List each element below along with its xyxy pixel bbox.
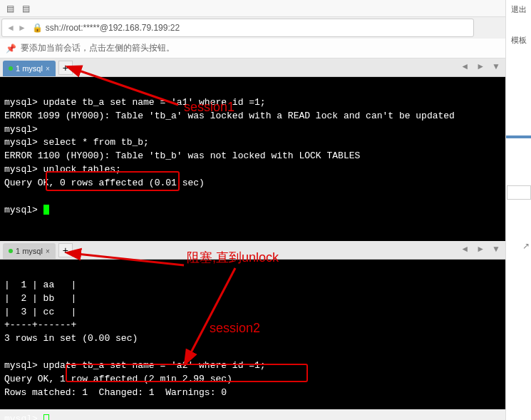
add-tab-button[interactable]: + xyxy=(58,243,73,257)
nav-buttons: ◄ ► xyxy=(6,23,26,33)
status-dot-icon xyxy=(9,249,13,253)
term-line: Rows matched: 1 Changed: 1 Warnings: 0 xyxy=(4,387,227,398)
term-line: mysql> update tb_a set name = 'a2' where… xyxy=(4,360,266,371)
term-line: 3 rows in set (0.00 sec) xyxy=(4,333,138,344)
tab-menu-icon[interactable]: ▼ xyxy=(490,244,502,254)
term-line: | 2 | bb | xyxy=(4,293,76,304)
lock-icon: 🔒 xyxy=(32,23,43,33)
terminal-session1[interactable]: mysql> update tb_a set name = 'a1' where… xyxy=(0,77,505,241)
tab-label: 1 mysql xyxy=(16,64,43,73)
term-line: mysql> update tb_a set name = 'a1' where… xyxy=(4,97,266,108)
address-bar[interactable]: ◄ ► 🔒 ssh://root:*****@192.168.79.199:22 xyxy=(1,19,474,37)
term-line: Query OK, 0 rows affected (0.01 sec) xyxy=(4,178,205,188)
tab-menu-icon[interactable]: ▼ xyxy=(490,61,502,71)
term-line: Query OK, 1 row affected (2 min 2.99 sec… xyxy=(4,374,232,384)
exit-button[interactable]: 退出 xyxy=(506,1,531,18)
close-icon[interactable]: × xyxy=(46,65,50,73)
hint-text: 要添加当前会话，点击左侧的箭头按钮。 xyxy=(21,42,175,54)
ext-box xyxy=(507,185,531,200)
next-tab-icon[interactable]: ► xyxy=(474,244,487,254)
top-toolbar: ▤ ▤ xyxy=(0,0,531,17)
term-line: | 3 | cc | xyxy=(4,307,76,317)
toolbar-icon[interactable]: ▤ xyxy=(3,1,17,16)
tab-label: 1 mysql xyxy=(16,247,43,255)
term-line: mysql> unlock tables; xyxy=(4,164,121,175)
prev-tab-icon[interactable]: ◄ xyxy=(458,244,471,254)
next-tab-icon[interactable]: ► xyxy=(474,61,487,71)
right-sidebar: 退出 模板 ↗ xyxy=(505,0,531,420)
hint-bar: 📌 要添加当前会话，点击左侧的箭头按钮。 xyxy=(0,39,531,58)
template-button[interactable]: 模板 xyxy=(506,32,531,48)
cursor-icon xyxy=(43,205,49,215)
tab-session2[interactable]: 1 mysql × xyxy=(3,243,56,259)
term-line: | 1 | aa | xyxy=(4,280,76,290)
term-line: mysql> xyxy=(4,414,43,420)
status-dot-icon xyxy=(9,66,13,71)
tab-strip-1: 1 mysql × + ◄ ► ▼ xyxy=(0,58,505,77)
address-url: ssh://root:*****@192.168.79.199:22 xyxy=(46,23,180,33)
cursor-icon xyxy=(43,414,49,420)
term-line: +----+------+ xyxy=(4,319,76,330)
term-line: mysql> select * from tb_b; xyxy=(4,137,149,148)
tab-session1[interactable]: 1 mysql × xyxy=(3,61,56,76)
add-tab-button[interactable]: + xyxy=(58,61,73,75)
term-line: mysql> xyxy=(4,205,43,215)
tab-nav-right: ◄ ► ▼ xyxy=(458,61,502,71)
back-icon[interactable]: ◄ xyxy=(6,23,15,33)
toolbar-icon[interactable]: ▤ xyxy=(19,1,33,16)
tab-nav-right: ◄ ► ▼ xyxy=(458,244,502,254)
forward-icon[interactable]: ► xyxy=(18,23,26,33)
term-line: ERROR 1099 (HY000): Table 'tb_a' was loc… xyxy=(4,111,455,121)
close-icon[interactable]: × xyxy=(46,247,50,255)
prev-tab-icon[interactable]: ◄ xyxy=(458,61,471,71)
term-line: mysql> xyxy=(4,124,38,135)
term-line: ERROR 1100 (HY000): Table 'tb_b' was not… xyxy=(4,150,360,161)
pin-icon[interactable]: 📌 xyxy=(6,43,16,53)
external-icon[interactable]: ↗ xyxy=(522,241,530,251)
terminal-session2[interactable]: | 1 | aa | | 2 | bb | | 3 | cc | +----+-… xyxy=(0,260,505,409)
tab-strip-2: 1 mysql × + ◄ ► ▼ xyxy=(0,241,505,260)
main-area: 1 mysql × + ◄ ► ▼ mysql> update tb_a set… xyxy=(0,58,505,409)
